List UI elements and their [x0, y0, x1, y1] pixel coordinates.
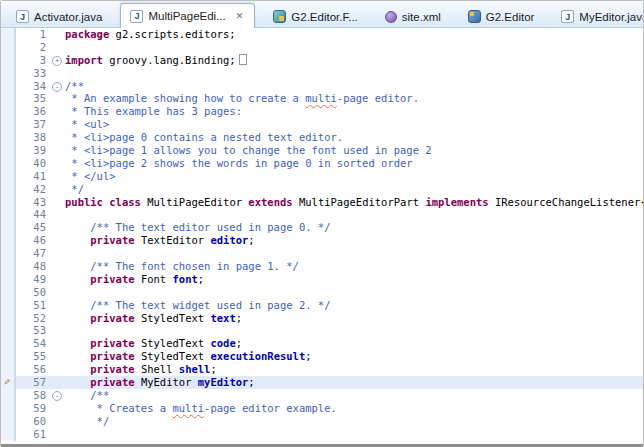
code-line[interactable]: 38 * <li>page 0 contains a nested text e…: [1, 131, 643, 144]
code-line[interactable]: 35 * An example showing how to create a …: [1, 92, 643, 105]
code-text: * Creates a multi-page editor example.: [65, 402, 643, 415]
line-number: 51: [16, 299, 51, 312]
line-number: 2: [16, 41, 51, 54]
folding-ruler: [51, 105, 65, 118]
tab-label: G2.Editor: [486, 11, 535, 23]
collapsed-region-icon[interactable]: [239, 54, 247, 65]
annotation-ruler: [1, 196, 16, 209]
folding-ruler: [51, 299, 65, 312]
site-xml-icon: [385, 11, 397, 23]
annotation-ruler: [1, 286, 16, 299]
code-line[interactable]: 52 private StyledText text;: [1, 312, 643, 325]
code-line[interactable]: 3+import groovy.lang.Binding;: [1, 54, 643, 67]
folding-ruler: [51, 144, 65, 157]
line-number: 38: [16, 131, 51, 144]
code-line[interactable]: 1package g2.scripts.editors;: [1, 28, 643, 41]
code-line[interactable]: 37 * <ul>: [1, 118, 643, 131]
annotation-ruler: [1, 157, 16, 170]
code-line[interactable]: 36 * This example has 3 pages:: [1, 105, 643, 118]
annotation-ruler: [1, 337, 16, 350]
code-text: * </ul>: [65, 170, 643, 183]
annotation-ruler: [1, 402, 16, 415]
annotation-ruler: [1, 105, 16, 118]
code-line[interactable]: 46 private TextEditor editor;: [1, 234, 643, 247]
line-number: 54: [16, 337, 51, 350]
code-line[interactable]: 60 */: [1, 415, 643, 428]
code-text: [65, 324, 643, 337]
code-line[interactable]: 2: [1, 41, 643, 54]
code-line[interactable]: 50: [1, 286, 643, 299]
code-line[interactable]: 42 */: [1, 183, 643, 196]
code-text: [65, 67, 643, 80]
line-number: 43: [16, 196, 51, 209]
code-line[interactable]: 41 * </ul>: [1, 170, 643, 183]
code-line[interactable]: 45 /** The text editor used in page 0. *…: [1, 221, 643, 234]
fold-expand-icon[interactable]: +: [52, 56, 62, 66]
code-line[interactable]: 54 private StyledText code;: [1, 337, 643, 350]
line-number: 52: [16, 312, 51, 325]
code-line[interactable]: 43public class MultiPageEditor extends M…: [1, 196, 643, 209]
code-line[interactable]: 51 /** The text widget used in page 2. *…: [1, 299, 643, 312]
code-line[interactable]: 34-/**: [1, 80, 643, 93]
editor-tab-g2-editor[interactable]: G2.Editor: [459, 6, 544, 27]
line-number: 60: [16, 415, 51, 428]
folding-ruler: [51, 170, 65, 183]
folding-ruler: [51, 234, 65, 247]
editor-tab-activator-java[interactable]: JActivator.java: [7, 6, 111, 27]
folding-ruler: [51, 118, 65, 131]
code-text: * <li>page 0 contains a nested text edit…: [65, 131, 643, 144]
folding-ruler: -: [51, 80, 65, 93]
code-line[interactable]: 40 * <li>page 2 shows the words in page …: [1, 157, 643, 170]
code-line[interactable]: 58- /**: [1, 389, 643, 402]
annotation-ruler: [1, 428, 16, 441]
code-line[interactable]: 49 private Font font;: [1, 273, 643, 286]
code-editor-area[interactable]: 1package g2.scripts.editors;23+import gr…: [1, 28, 643, 444]
code-line[interactable]: 55 private StyledText executionResult;: [1, 350, 643, 363]
folding-ruler: [51, 183, 65, 196]
code-line-current[interactable]: ✎57 private MyEditor myEditor;: [1, 376, 643, 389]
folding-ruler: [51, 41, 65, 54]
editor-tab-myeditor-java[interactable]: JMyEditor.java: [552, 6, 644, 27]
java-file-icon: J: [561, 10, 574, 23]
code-text: * <li>page 2 shows the words in page 0 i…: [65, 157, 643, 170]
code-line[interactable]: 47: [1, 247, 643, 260]
code-text: /**: [65, 80, 643, 93]
code-line[interactable]: 48 /** The font chosen in page 1. */: [1, 260, 643, 273]
line-number: 53: [16, 324, 51, 337]
folding-ruler: [51, 157, 65, 170]
code-line[interactable]: 33: [1, 67, 643, 80]
annotation-ruler: [1, 170, 16, 183]
line-number: 41: [16, 170, 51, 183]
tab-label: site.xml: [402, 11, 441, 23]
folding-ruler: [51, 208, 65, 221]
line-number: 36: [16, 105, 51, 118]
editor-tab-site-xml[interactable]: site.xml: [376, 6, 450, 27]
line-number: 39: [16, 144, 51, 157]
feature-icon: [273, 10, 286, 23]
line-number: 48: [16, 260, 51, 273]
folding-ruler: [51, 28, 65, 41]
line-number: 56: [16, 363, 51, 376]
annotation-ruler: [1, 350, 16, 363]
folding-ruler: [51, 376, 65, 389]
line-number: 61: [16, 428, 51, 441]
code-line[interactable]: 61: [1, 428, 643, 441]
fold-collapse-icon[interactable]: -: [52, 391, 62, 401]
code-line[interactable]: 56 private Shell shell;: [1, 363, 643, 376]
code-text: private StyledText text;: [65, 312, 643, 325]
line-number: 3: [16, 54, 51, 67]
editor-tab-multipageedi[interactable]: JMultiPageEdi...✕: [120, 3, 255, 28]
tab-close-icon[interactable]: ✕: [234, 10, 246, 22]
annotation-ruler: [1, 324, 16, 337]
code-line[interactable]: 59 * Creates a multi-page editor example…: [1, 402, 643, 415]
editor-tab-g2-editor-f[interactable]: G2.Editor.F...: [264, 6, 366, 27]
code-line[interactable]: 44: [1, 208, 643, 221]
code-text: package g2.scripts.editors;: [65, 28, 643, 41]
code-line[interactable]: 53: [1, 324, 643, 337]
folding-ruler: [51, 247, 65, 260]
folding-ruler: [51, 415, 65, 428]
fold-collapse-icon[interactable]: -: [52, 82, 62, 92]
code-line[interactable]: 39 * <li>page 1 allows you to change the…: [1, 144, 643, 157]
code-text: import groovy.lang.Binding;: [65, 54, 643, 67]
code-text: */: [65, 183, 643, 196]
